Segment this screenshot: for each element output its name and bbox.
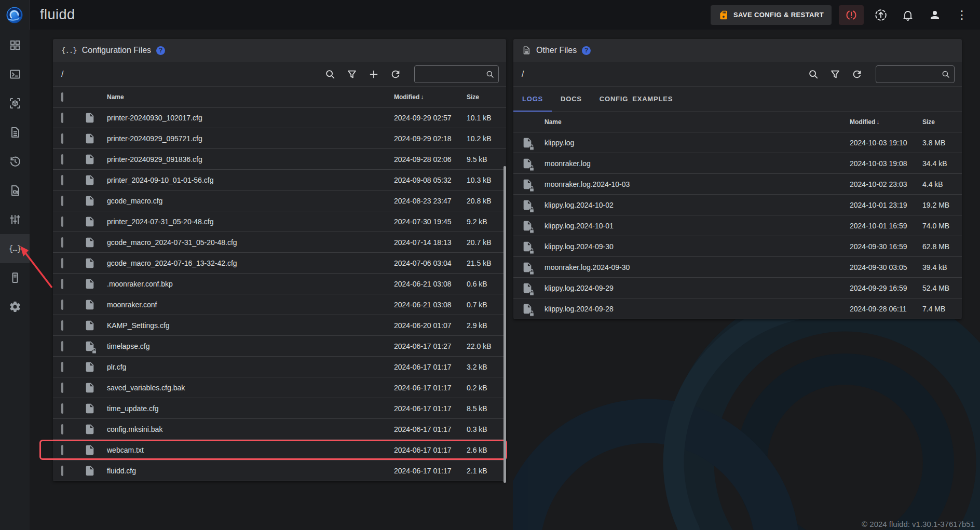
row-checkbox[interactable] (61, 424, 63, 434)
sidebar-item-system[interactable] (0, 263, 30, 292)
row-checkbox[interactable] (61, 154, 63, 165)
row-checkbox[interactable] (61, 237, 63, 248)
table-row[interactable]: timelapse.cfg 2024-06-17 01:27 22.0 kB (53, 336, 506, 357)
row-checkbox[interactable] (61, 362, 63, 372)
fluidd-logo[interactable] (0, 0, 30, 30)
filter-button[interactable] (827, 66, 843, 83)
table-row[interactable]: moonraker.log 2024-10-03 19:08 34.4 kB (513, 153, 962, 174)
table-row[interactable]: fluidd.cfg 2024-06-17 01:17 2.1 kB (53, 460, 506, 481)
sidebar-item-settings[interactable] (0, 292, 30, 321)
table-row[interactable]: moonraker.log.2024-09-30 2024-09-30 03:0… (513, 257, 962, 278)
row-checkbox[interactable] (61, 445, 63, 455)
sidebar-item-tune[interactable] (0, 205, 30, 234)
file-name: printer_2024-09-10_01-01-56.cfg (107, 176, 394, 184)
search-icon (808, 69, 819, 80)
lock-icon (528, 144, 535, 151)
refresh-button[interactable] (387, 66, 404, 83)
table-row[interactable]: printer-20240929_095721.cfg 2024-09-29 0… (53, 128, 506, 149)
table-row[interactable]: printer-20240930_102017.cfg 2024-09-29 0… (53, 107, 506, 128)
notifications-button[interactable] (898, 5, 918, 25)
file-modified: 2024-10-01 16:59 (850, 222, 922, 230)
sidebar-item-gcode-preview[interactable] (0, 89, 30, 118)
table-row[interactable]: config.mksini.bak 2024-06-17 01:17 0.3 k… (53, 419, 506, 440)
tab[interactable]: CONFIG_EXAMPLES (591, 87, 682, 111)
column-name[interactable]: Name (545, 118, 850, 126)
file-name: klippy.log.2024-09-30 (545, 242, 850, 251)
file-icon (84, 132, 96, 145)
table-row[interactable]: .moonraker.conf.bkp 2024-06-21 03:08 0.6… (53, 274, 506, 294)
row-checkbox[interactable] (61, 403, 63, 414)
table-row[interactable]: klippy.log.2024-10-02 2024-10-01 23:19 1… (513, 195, 962, 215)
overflow-menu-button[interactable]: ⋮ (952, 5, 972, 25)
tab[interactable]: DOCS (552, 87, 591, 111)
row-checkbox[interactable] (61, 341, 63, 351)
column-modified[interactable]: Modified↓ (850, 118, 922, 126)
table-row[interactable]: klippy.log.2024-09-30 2024-09-30 16:59 6… (513, 236, 962, 257)
table-row[interactable]: klippy.log.2024-09-28 2024-09-28 06:11 7… (513, 298, 962, 319)
table-row[interactable]: gcode_macro_2024-07-16_13-32-42.cfg 2024… (53, 253, 506, 274)
help-icon[interactable]: ? (582, 46, 591, 55)
file-icon (84, 361, 96, 373)
table-row[interactable]: klippy.log 2024-10-03 19:10 3.8 MB (513, 132, 962, 153)
appbar-actions: SAVE CONFIG & RESTART (711, 5, 980, 25)
row-checkbox[interactable] (61, 196, 63, 206)
sidebar-item-timelapse[interactable] (0, 176, 30, 205)
table-row[interactable]: KAMP_Settings.cfg 2024-06-20 01:07 2.9 k… (53, 315, 506, 336)
row-checkbox[interactable] (61, 133, 63, 144)
emergency-stop-icon (845, 9, 857, 21)
table-row[interactable]: printer_2024-09-10_01-01-56.cfg 2024-09-… (53, 170, 506, 191)
row-checkbox[interactable] (61, 320, 63, 331)
row-checkbox[interactable] (61, 466, 63, 476)
file-icon (84, 174, 96, 186)
sidebar-item-history[interactable] (0, 147, 30, 176)
scrollbar-thumb[interactable] (503, 166, 506, 483)
file-name: KAMP_Settings.cfg (107, 321, 394, 330)
column-name[interactable]: Name (107, 93, 394, 101)
table-row[interactable]: moonraker.log.2024-10-03 2024-10-02 23:0… (513, 174, 962, 195)
table-row[interactable]: gcode_macro_2024-07-31_05-20-48.cfg 2024… (53, 232, 506, 253)
filter-button[interactable] (344, 66, 360, 83)
table-row[interactable]: moonraker.conf 2024-06-21 03:08 0.7 kB (53, 294, 506, 315)
emergency-stop-button[interactable] (839, 5, 864, 25)
row-checkbox[interactable] (61, 258, 63, 268)
table-row[interactable]: time_update.cfg 2024-06-17 01:17 8.5 kB (53, 398, 506, 419)
column-size[interactable]: Size (922, 118, 956, 126)
table-row[interactable]: klippy.log.2024-09-29 2024-09-29 16:59 5… (513, 278, 962, 298)
table-row[interactable]: printer_2024-07-31_05-20-48.cfg 2024-07-… (53, 211, 506, 232)
refresh-button[interactable] (849, 66, 865, 83)
file-size: 39.4 kB (922, 263, 956, 271)
row-checkbox[interactable] (61, 216, 63, 227)
file-size: 2.1 kB (467, 467, 500, 475)
save-config-restart-button[interactable]: SAVE CONFIG & RESTART (711, 5, 832, 25)
host-power-button[interactable] (871, 5, 891, 25)
sidebar-item-dashboard[interactable] (0, 31, 30, 60)
table-row[interactable]: saved_variables.cfg.bak 2024-06-17 01:17… (53, 377, 506, 398)
row-checkbox[interactable] (61, 113, 63, 123)
file-name: klippy.log (545, 139, 850, 147)
tab[interactable]: LOGS (513, 87, 552, 111)
column-modified[interactable]: Modified↓ (394, 93, 467, 101)
sidebar-item-jobs[interactable] (0, 118, 30, 147)
row-checkbox[interactable] (61, 300, 63, 310)
table-row[interactable]: plr.cfg 2024-06-17 01:17 3.2 kB (53, 357, 506, 377)
file-name: fluidd.cfg (107, 467, 394, 475)
search-button[interactable] (805, 66, 822, 83)
search-button[interactable] (322, 66, 338, 83)
column-size[interactable]: Size (467, 93, 500, 101)
add-file-button[interactable] (365, 66, 382, 83)
configuration-files-title: Configuration Files (82, 46, 151, 55)
file-size: 8.5 kB (467, 404, 500, 413)
table-row[interactable]: gcode_macro.cfg 2024-08-23 23:47 20.8 kB (53, 191, 506, 211)
select-all-checkbox[interactable] (61, 92, 63, 102)
row-checkbox[interactable] (61, 383, 63, 393)
sidebar-item-configure[interactable]: {…} (0, 234, 30, 263)
add-icon (368, 69, 379, 80)
table-row[interactable]: printer-20240929_091836.cfg 2024-09-28 0… (53, 149, 506, 170)
table-row[interactable]: klippy.log.2024-10-01 2024-10-01 16:59 7… (513, 215, 962, 236)
row-checkbox[interactable] (61, 175, 63, 185)
table-row[interactable]: webcam.txt 2024-06-17 01:17 2.6 kB (53, 440, 506, 460)
user-account-button[interactable] (925, 5, 945, 25)
row-checkbox[interactable] (61, 279, 63, 289)
help-icon[interactable]: ? (156, 46, 165, 55)
sidebar-item-console[interactable] (0, 60, 30, 89)
